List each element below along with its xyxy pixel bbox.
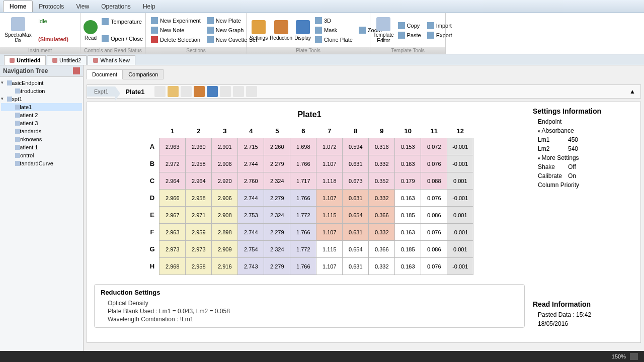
doc-tab[interactable]: Untitled4 xyxy=(4,55,46,65)
well-cell[interactable]: -0.001 xyxy=(447,138,473,155)
well-cell[interactable]: 0.654 xyxy=(343,241,369,258)
chart-icon[interactable] xyxy=(246,86,257,97)
well-cell[interactable]: 2.964 xyxy=(186,172,212,190)
menu-help[interactable]: Help xyxy=(137,1,162,12)
copy-button[interactable]: Copy xyxy=(396,21,423,30)
well-cell[interactable]: 0.332 xyxy=(369,258,395,275)
openclose-button[interactable]: Open / Close xyxy=(100,34,145,43)
well-cell[interactable]: 2.920 xyxy=(212,172,238,190)
well-cell[interactable]: 0.076 xyxy=(421,155,447,172)
well-cell[interactable]: 1.766 xyxy=(290,258,316,275)
well-cell[interactable]: 1.107 xyxy=(316,224,343,241)
wand-icon[interactable] xyxy=(154,86,166,97)
well-cell[interactable]: 2.760 xyxy=(238,172,264,190)
instrument-button[interactable]: SpectraMax i3x xyxy=(3,15,33,46)
settings-button[interactable]: Settings xyxy=(250,15,268,46)
well-cell[interactable]: 2.963 xyxy=(159,138,186,155)
well-cell[interactable]: 2.324 xyxy=(264,241,290,258)
well-cell[interactable]: 1.107 xyxy=(316,258,343,275)
well-cell[interactable]: 1.717 xyxy=(290,172,316,190)
well-cell[interactable]: 0.332 xyxy=(369,224,395,241)
close-icon[interactable] xyxy=(93,58,98,63)
well-cell[interactable]: 0.163 xyxy=(395,155,421,172)
breadcrumb[interactable]: Expt1 xyxy=(87,86,115,97)
reduction-button[interactable]: Reduction xyxy=(270,15,292,46)
well-cell[interactable]: 1.115 xyxy=(316,207,343,224)
well-cell[interactable]: 0.153 xyxy=(395,138,421,155)
well-cell[interactable]: 2.753 xyxy=(238,207,264,224)
menu-home[interactable]: Home xyxy=(3,1,33,12)
zoom-small-icon[interactable] xyxy=(233,86,244,97)
well-cell[interactable]: 0.316 xyxy=(369,138,395,155)
well-cell[interactable]: 0.086 xyxy=(421,241,447,258)
well-cell[interactable]: 1.072 xyxy=(316,138,343,155)
well-cell[interactable]: 0.076 xyxy=(421,258,447,275)
well-cell[interactable]: 2.901 xyxy=(212,138,238,155)
clone-plate-button[interactable]: Clone Plate xyxy=(313,35,355,44)
pin-icon[interactable] xyxy=(73,67,80,74)
paste-button[interactable]: Paste xyxy=(396,31,423,40)
import-button[interactable]: Import xyxy=(425,21,454,30)
well-cell[interactable]: 0.366 xyxy=(369,241,395,258)
well-cell[interactable]: 0.654 xyxy=(343,207,369,224)
close-icon[interactable] xyxy=(52,58,57,63)
well-cell[interactable]: 2.966 xyxy=(159,190,186,207)
well-cell[interactable]: 2.260 xyxy=(264,138,290,155)
well-cell[interactable]: 0.631 xyxy=(343,224,369,241)
well-cell[interactable]: 2.909 xyxy=(212,241,238,258)
well-cell[interactable]: 0.076 xyxy=(421,224,447,241)
well-cell[interactable]: 2.967 xyxy=(159,207,186,224)
tree-item[interactable]: BasicEndpoint xyxy=(1,79,82,87)
doc-tab[interactable]: Untitled2 xyxy=(47,55,87,65)
tree-item[interactable]: Plate1 xyxy=(1,103,82,111)
well-cell[interactable]: 2.973 xyxy=(159,241,186,258)
well-cell[interactable]: 2.959 xyxy=(186,224,212,241)
well-cell[interactable]: 1.766 xyxy=(290,190,316,207)
tree-item[interactable]: Introduction xyxy=(1,87,82,95)
zoom-control[interactable] xyxy=(630,353,638,360)
tree-item[interactable]: Control xyxy=(1,151,82,159)
well-cell[interactable]: 1.772 xyxy=(290,207,316,224)
well-cell[interactable]: -0.001 xyxy=(447,190,473,207)
menu-operations[interactable]: Operations xyxy=(95,1,137,12)
3d-button[interactable]: 3D xyxy=(313,16,355,25)
well-cell[interactable]: 2.279 xyxy=(264,190,290,207)
tree-item[interactable]: Patient 1 xyxy=(1,143,82,151)
well-cell[interactable]: 0.631 xyxy=(343,155,369,172)
well-cell[interactable]: 2.963 xyxy=(159,224,186,241)
well-cell[interactable]: 2.908 xyxy=(212,207,238,224)
well-cell[interactable]: 0.001 xyxy=(447,172,473,190)
well-cell[interactable]: 2.968 xyxy=(159,258,186,275)
well-cell[interactable]: 0.631 xyxy=(343,190,369,207)
well-cell[interactable]: 2.744 xyxy=(238,155,264,172)
mask-button[interactable]: Mask xyxy=(313,26,355,35)
well-cell[interactable]: 2.744 xyxy=(238,190,264,207)
tab-comparison[interactable]: Comparison xyxy=(123,69,164,79)
well-cell[interactable]: 2.916 xyxy=(212,258,238,275)
tree-item[interactable]: Standards xyxy=(1,127,82,135)
well-cell[interactable]: 2.971 xyxy=(186,207,212,224)
well-cell[interactable]: 1.107 xyxy=(316,155,343,172)
well-cell[interactable]: 0.163 xyxy=(395,258,421,275)
well-cell[interactable]: 1.772 xyxy=(290,241,316,258)
grid-small-icon[interactable] xyxy=(220,86,231,97)
tree-item[interactable]: StandardCurve xyxy=(1,159,82,167)
well-cell[interactable]: 2.973 xyxy=(186,241,212,258)
well-cell[interactable]: 1.698 xyxy=(290,138,316,155)
well-cell[interactable]: 2.964 xyxy=(159,172,186,190)
well-cell[interactable]: 0.179 xyxy=(395,172,421,190)
display-button[interactable]: Display xyxy=(294,15,311,46)
well-cell[interactable]: 0.072 xyxy=(421,138,447,155)
sigma-small-icon[interactable] xyxy=(194,86,205,97)
temperature-button[interactable]: Temperature xyxy=(100,17,145,26)
plate-table[interactable]: 123456789101112A2.9632.9602.9012.7152.26… xyxy=(145,124,474,275)
well-cell[interactable]: 2.279 xyxy=(264,224,290,241)
well-cell[interactable]: -0.001 xyxy=(447,155,473,172)
menu-view[interactable]: View xyxy=(70,1,95,12)
well-cell[interactable]: 2.898 xyxy=(212,224,238,241)
menu-protocols[interactable]: Protocols xyxy=(33,1,70,12)
read-button[interactable]: Read xyxy=(84,15,98,46)
well-cell[interactable]: 2.958 xyxy=(186,190,212,207)
well-cell[interactable]: 2.744 xyxy=(238,224,264,241)
tree-item[interactable]: Patient 2 xyxy=(1,111,82,119)
